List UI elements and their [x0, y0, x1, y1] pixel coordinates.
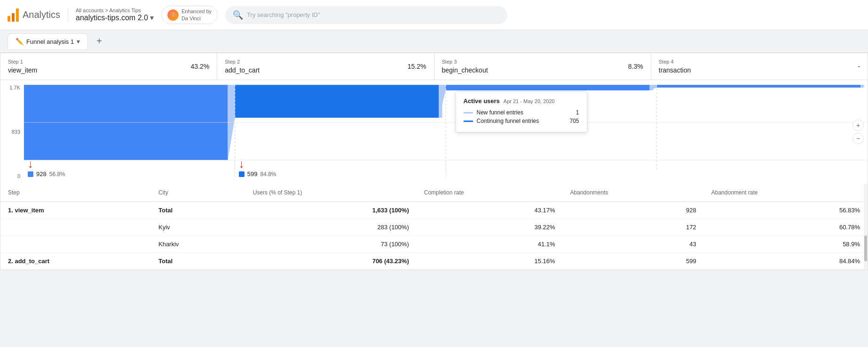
breadcrumb-main[interactable]: analytics-tips.com 2.0 ▾	[76, 13, 154, 22]
step-1-name: view_item	[8, 66, 209, 74]
cell-step: 1. view_item	[0, 202, 151, 219]
tab-dropdown-icon[interactable]: ▾	[77, 38, 80, 45]
search-placeholder: Try searching "property ID"	[247, 11, 320, 18]
cell-step	[0, 236, 151, 253]
data-table: Step City Users (% of Step 1) Completion…	[0, 184, 868, 270]
cell-abandonments: 172	[563, 219, 704, 236]
tab-add-button[interactable]: +	[92, 34, 107, 49]
tab-bar: ✏️ Funnel analysis 1 ▾ +	[0, 30, 868, 53]
scroll-track[interactable]	[864, 184, 868, 270]
cell-abandonments: 43	[563, 236, 704, 253]
svg-rect-6	[446, 85, 650, 90]
abandon-color-1	[28, 171, 33, 177]
tooltip-new-line	[464, 112, 473, 113]
step-4-name: transaction	[659, 66, 860, 74]
cell-abandon-rate: 58.9%	[704, 236, 868, 253]
cell-abandonments: 928	[563, 202, 704, 219]
nav-divider	[68, 8, 68, 23]
col-city: City	[151, 184, 245, 202]
cell-city: Kyiv	[151, 219, 245, 236]
abandon-step-2: ↓ 599 84.8%	[235, 157, 446, 178]
breadcrumb-top: All accounts > Analytics Tips	[76, 8, 154, 13]
top-nav: Analytics All accounts > Analytics Tips …	[0, 0, 868, 30]
app-title: Analytics	[23, 9, 60, 20]
step-1-rate: 43.2%	[191, 63, 210, 70]
cell-users: 706 (43.23%)	[245, 253, 417, 270]
table-row: Kharkiv 73 (100%) 41.1% 43 58.9%	[0, 236, 868, 253]
tab-edit-icon: ✏️	[16, 38, 24, 45]
zoom-controls: + −	[852, 120, 864, 144]
logo-icon	[8, 8, 19, 22]
funnel-step-4: Step 4 transaction -	[651, 53, 868, 80]
table-row: Kyiv 283 (100%) 39.22% 172 60.78%	[0, 219, 868, 236]
tooltip-new-value: 1	[576, 109, 579, 116]
abandon-pct-1: 56.8%	[49, 171, 65, 178]
svg-rect-9	[657, 85, 861, 88]
cell-abandonments: 599	[563, 253, 704, 270]
abandon-info-2: 599 84.8%	[239, 170, 276, 178]
main-content: Step 1 view_item 43.2% Step 2 add_to_car…	[0, 53, 868, 270]
cell-city: Total	[151, 253, 245, 270]
chart-tooltip: Active users Apr 21 - May 20, 2020 New f…	[456, 91, 587, 132]
abandon-arrow-1: ↓	[28, 157, 33, 170]
col-users: Users (% of Step 1)	[245, 184, 417, 202]
funnel-step-2: Step 2 add_to_cart 15.2%	[217, 53, 434, 80]
tab-funnel-analysis[interactable]: ✏️ Funnel analysis 1 ▾	[8, 33, 88, 49]
enhanced-label: Enhanced byDa Vinci	[181, 8, 212, 22]
cell-abandon-rate: 84.84%	[704, 253, 868, 270]
tooltip-cont-value: 705	[569, 118, 579, 124]
abandon-count-1: 928	[36, 170, 47, 178]
step-2-label: Step 2	[225, 59, 426, 65]
cell-step: 2. add_to_cart	[0, 253, 151, 270]
funnel-steps-header: Step 1 view_item 43.2% Step 2 add_to_car…	[0, 53, 868, 80]
step-2-rate: 15.2%	[408, 63, 426, 70]
col-step: Step	[0, 184, 151, 202]
table-header-row: Step City Users (% of Step 1) Completion…	[0, 184, 868, 202]
scroll-thumb[interactable]	[864, 235, 867, 261]
step-4-rate: -	[858, 63, 860, 70]
zoom-in-button[interactable]: +	[852, 120, 864, 131]
cell-city: Total	[151, 202, 245, 219]
cell-completion: 41.1%	[417, 236, 563, 253]
cell-step	[0, 219, 151, 236]
cell-abandon-rate: 60.78%	[704, 219, 868, 236]
abandon-info-1: 928 56.8%	[28, 170, 65, 178]
cell-completion: 43.17%	[417, 202, 563, 219]
chart-area: 1.7K 833 0	[0, 80, 868, 184]
enhanced-badge[interactable]: 🎨 Enhanced byDa Vinci	[161, 6, 218, 24]
tooltip-title: Active users	[464, 97, 500, 105]
property-name: analytics-tips.com 2.0	[76, 14, 148, 22]
cell-users: 283 (100%)	[245, 219, 417, 236]
tooltip-cont-line	[464, 121, 473, 122]
table-row: 2. add_to_cart Total 706 (43.23%) 15.16%…	[0, 253, 868, 270]
abandonment-row: ↓ 928 56.8% ↓ 599 84.8%	[24, 155, 868, 184]
y-axis-bottom: 0	[4, 173, 20, 179]
cell-city: Kharkiv	[151, 236, 245, 253]
step-3-rate: 8.3%	[628, 63, 643, 70]
search-bar[interactable]: 🔍 Try searching "property ID"	[225, 6, 507, 24]
col-completion: Completion rate	[417, 184, 563, 202]
abandon-color-2	[239, 171, 245, 177]
cell-users: 1,633 (100%)	[245, 202, 417, 219]
y-axis-mid: 833	[4, 129, 20, 135]
abandon-pct-2: 84.8%	[260, 171, 276, 178]
enhanced-avatar: 🎨	[167, 9, 179, 21]
funnel-chart: ↓ 928 56.8% ↓ 599 84.8%	[24, 80, 868, 184]
logo-area: Analytics	[8, 8, 60, 22]
property-dropdown-icon[interactable]: ▾	[150, 13, 154, 22]
breadcrumb-area: All accounts > Analytics Tips analytics-…	[76, 8, 154, 22]
tab-label: Funnel analysis 1	[26, 38, 74, 45]
step-2-name: add_to_cart	[225, 66, 426, 74]
search-icon: 🔍	[233, 10, 243, 20]
tooltip-new-label: New funnel entries	[477, 109, 523, 116]
funnel-step-1: Step 1 view_item 43.2%	[0, 53, 217, 80]
data-table-wrapper: Step City Users (% of Step 1) Completion…	[0, 184, 868, 270]
step-3-label: Step 3	[442, 59, 643, 65]
cell-completion: 15.16%	[417, 253, 563, 270]
tooltip-date: Apr 21 - May 20, 2020	[504, 98, 555, 104]
tooltip-cont-label: Continuing funnel entries	[477, 118, 539, 124]
table-row: 1. view_item Total 1,633 (100%) 43.17% 9…	[0, 202, 868, 219]
zoom-out-button[interactable]: −	[852, 133, 864, 144]
funnel-step-3: Step 3 begin_checkout 8.3%	[434, 53, 651, 80]
abandon-arrow-2: ↓	[239, 157, 245, 170]
